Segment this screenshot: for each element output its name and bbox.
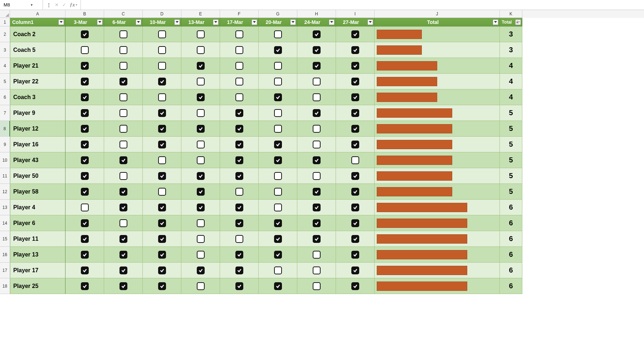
name-cell[interactable]: Coach 2 — [10, 26, 65, 42]
attendance-cell[interactable] — [65, 231, 104, 247]
attendance-checkbox[interactable] — [158, 156, 166, 164]
attendance-cell[interactable] — [65, 152, 104, 168]
attendance-cell[interactable] — [181, 231, 220, 247]
attendance-checkbox[interactable] — [197, 62, 205, 70]
attendance-cell[interactable] — [259, 121, 297, 137]
attendance-cell[interactable] — [143, 74, 181, 89]
total-cell[interactable]: 6 — [500, 231, 522, 247]
attendance-checkbox[interactable] — [351, 251, 359, 259]
attendance-checkbox[interactable] — [235, 219, 243, 227]
name-cell[interactable]: Player 21 — [10, 58, 65, 74]
attendance-cell[interactable] — [220, 184, 259, 200]
attendance-cell[interactable] — [259, 58, 297, 74]
attendance-checkbox[interactable] — [197, 125, 205, 133]
attendance-checkbox[interactable] — [235, 30, 243, 38]
attendance-checkbox[interactable] — [274, 282, 282, 290]
attendance-checkbox[interactable] — [119, 93, 127, 101]
total-databar-cell[interactable] — [375, 58, 500, 74]
attendance-checkbox[interactable] — [351, 109, 359, 117]
attendance-cell[interactable] — [220, 58, 259, 74]
attendance-cell[interactable] — [220, 105, 259, 121]
attendance-checkbox[interactable] — [313, 78, 321, 85]
col-header-K[interactable]: K — [500, 10, 522, 18]
attendance-checkbox[interactable] — [197, 251, 205, 259]
attendance-cell[interactable] — [220, 89, 259, 105]
total-cell[interactable]: 5 — [500, 168, 522, 184]
attendance-checkbox[interactable] — [274, 156, 282, 164]
attendance-cell[interactable] — [259, 26, 297, 42]
name-cell[interactable]: Player 43 — [10, 152, 65, 168]
attendance-cell[interactable] — [220, 152, 259, 168]
col-header-I[interactable]: I — [336, 10, 375, 18]
attendance-checkbox[interactable] — [235, 141, 243, 148]
attendance-checkbox[interactable] — [197, 282, 205, 290]
attendance-cell[interactable] — [297, 263, 336, 278]
attendance-cell[interactable] — [297, 89, 336, 105]
attendance-checkbox[interactable] — [274, 30, 282, 38]
attendance-cell[interactable] — [143, 263, 181, 278]
total-cell[interactable]: 6 — [500, 247, 522, 263]
attendance-cell[interactable] — [259, 200, 297, 215]
name-cell[interactable]: Coach 5 — [10, 42, 65, 58]
attendance-cell[interactable] — [336, 137, 375, 152]
attendance-cell[interactable] — [65, 168, 104, 184]
attendance-checkbox[interactable] — [81, 46, 89, 54]
attendance-checkbox[interactable] — [313, 93, 321, 101]
attendance-checkbox[interactable] — [158, 62, 166, 70]
attendance-cell[interactable] — [143, 152, 181, 168]
attendance-checkbox[interactable] — [119, 141, 127, 148]
attendance-checkbox[interactable] — [158, 125, 166, 133]
attendance-checkbox[interactable] — [119, 172, 127, 180]
attendance-cell[interactable] — [104, 231, 143, 247]
total-databar-cell[interactable] — [375, 105, 500, 121]
attendance-checkbox[interactable] — [119, 46, 127, 54]
attendance-checkbox[interactable] — [235, 282, 243, 290]
attendance-checkbox[interactable] — [158, 172, 166, 180]
attendance-cell[interactable] — [143, 168, 181, 184]
col-header-C[interactable]: C — [104, 10, 143, 18]
attendance-checkbox[interactable] — [351, 78, 359, 85]
name-cell[interactable]: Player 12 — [10, 121, 65, 137]
attendance-checkbox[interactable] — [274, 204, 282, 211]
attendance-cell[interactable] — [104, 121, 143, 137]
name-cell[interactable]: Player 9 — [10, 105, 65, 121]
cancel-formula-button[interactable]: ✕ — [55, 2, 59, 8]
filter-button[interactable] — [493, 19, 498, 25]
attendance-cell[interactable] — [220, 121, 259, 137]
attendance-cell[interactable] — [65, 74, 104, 89]
attendance-cell[interactable] — [65, 263, 104, 278]
total-cell[interactable]: 3 — [500, 26, 522, 42]
attendance-cell[interactable] — [297, 121, 336, 137]
th-total-num[interactable]: Total — [500, 18, 522, 26]
attendance-cell[interactable] — [104, 215, 143, 231]
total-cell[interactable]: 6 — [500, 215, 522, 231]
attendance-cell[interactable] — [259, 89, 297, 105]
attendance-checkbox[interactable] — [81, 30, 89, 38]
filter-button[interactable] — [174, 19, 180, 25]
total-databar-cell[interactable] — [375, 152, 500, 168]
attendance-checkbox[interactable] — [197, 46, 205, 54]
total-databar-cell[interactable] — [375, 200, 500, 215]
attendance-checkbox[interactable] — [235, 251, 243, 259]
attendance-checkbox[interactable] — [274, 219, 282, 227]
attendance-cell[interactable] — [336, 231, 375, 247]
attendance-cell[interactable] — [181, 200, 220, 215]
attendance-checkbox[interactable] — [158, 78, 166, 85]
row-header[interactable]: 14 — [0, 215, 10, 231]
attendance-checkbox[interactable] — [235, 204, 243, 211]
attendance-cell[interactable] — [65, 26, 104, 42]
attendance-cell[interactable] — [65, 247, 104, 263]
attendance-cell[interactable] — [259, 215, 297, 231]
row-header[interactable]: 2 — [0, 26, 10, 42]
total-databar-cell[interactable] — [375, 168, 500, 184]
attendance-cell[interactable] — [104, 42, 143, 58]
attendance-cell[interactable] — [220, 74, 259, 89]
col-header-B[interactable]: B — [65, 10, 104, 18]
attendance-checkbox[interactable] — [197, 266, 205, 274]
attendance-checkbox[interactable] — [351, 172, 359, 180]
fx-dropdown-icon[interactable]: ▾ — [75, 3, 77, 6]
attendance-cell[interactable] — [220, 137, 259, 152]
attendance-checkbox[interactable] — [197, 78, 205, 85]
attendance-cell[interactable] — [336, 200, 375, 215]
total-cell[interactable]: 6 — [500, 278, 522, 294]
